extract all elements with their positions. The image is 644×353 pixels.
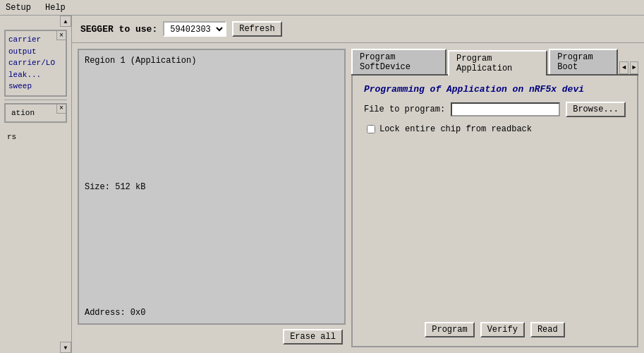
tabs-container: Program SoftDevice Program Application P…	[351, 49, 638, 76]
file-label: File to program:	[364, 104, 445, 114]
sidebar-section-2: × ation	[4, 103, 67, 123]
program-button[interactable]: Program	[425, 322, 474, 337]
file-input[interactable]	[451, 102, 560, 116]
action-buttons: Program Verify Read	[364, 280, 626, 337]
sidebar-item-carrier-lo: carrier/LO leak...	[8, 57, 63, 80]
menu-help[interactable]: Help	[42, 2, 68, 13]
browse-button[interactable]: Browse...	[566, 102, 626, 117]
toolbar: SEGGER to use: 59402303 Refresh	[72, 16, 644, 43]
lock-row: Lock entire chip from readback	[367, 124, 626, 134]
region-address: Address: 0x0	[85, 308, 339, 318]
region-size: Size: 512 kB	[85, 182, 339, 192]
panel-heading: Programming of Application on nRF5x devi	[364, 84, 626, 95]
sidebar-item-carrier-output: carrier output	[8, 34, 63, 57]
tab-nav-next[interactable]: ►	[630, 61, 638, 74]
sidebar-item-sweep: sweep	[8, 80, 63, 92]
sidebar-section-close-btn[interactable]: ×	[56, 30, 66, 40]
sidebar-section-1: × carrier output carrier/LO leak... swee…	[4, 30, 67, 97]
refresh-button[interactable]: Refresh	[232, 21, 281, 37]
file-row: File to program: Browse...	[364, 102, 626, 117]
content-area: SEGGER to use: 59402303 Refresh Region 1…	[72, 16, 644, 353]
sidebar: ▲ × carrier output carrier/LO leak... sw…	[0, 16, 72, 353]
scroll-up-btn[interactable]: ▲	[60, 16, 71, 27]
sidebar-divider-1	[4, 100, 67, 100]
lock-checkbox[interactable]	[367, 125, 375, 133]
tab-softdevice[interactable]: Program SoftDevice	[351, 49, 446, 74]
region-bottom: Erase all	[78, 325, 346, 347]
region-panel-wrapper: Region 1 (Application) Size: 512 kB Addr…	[78, 49, 346, 347]
menu-setup[interactable]: Setup	[3, 2, 34, 13]
tab-boot[interactable]: Program Boot	[549, 49, 618, 74]
lock-label: Lock entire chip from readback	[379, 124, 532, 134]
verify-button[interactable]: Verify	[480, 322, 525, 337]
read-button[interactable]: Read	[530, 322, 565, 337]
scroll-down-btn[interactable]: ▼	[60, 342, 71, 353]
panel-content: Programming of Application on nRF5x devi…	[351, 76, 638, 347]
erase-all-button[interactable]: Erase all	[283, 329, 343, 345]
main-container: ▲ × carrier output carrier/LO leak... sw…	[0, 16, 644, 353]
sidebar-label-rs: rs	[4, 131, 67, 143]
segger-label: SEGGER to use:	[80, 24, 157, 35]
sidebar-section-2-close-btn[interactable]: ×	[56, 104, 66, 114]
programming-panel: Program SoftDevice Program Application P…	[351, 49, 638, 347]
region-panel: Region 1 (Application) Size: 512 kB Addr…	[78, 49, 346, 325]
panels-area: Region 1 (Application) Size: 512 kB Addr…	[72, 43, 644, 353]
segger-select[interactable]: 59402303	[163, 21, 226, 37]
tab-application[interactable]: Program Application	[448, 50, 547, 76]
region-title: Region 1 (Application)	[85, 56, 339, 66]
tab-nav-prev[interactable]: ◄	[619, 61, 628, 74]
sidebar-label-ation: ation	[8, 107, 63, 119]
menubar: Setup Help	[0, 0, 644, 16]
